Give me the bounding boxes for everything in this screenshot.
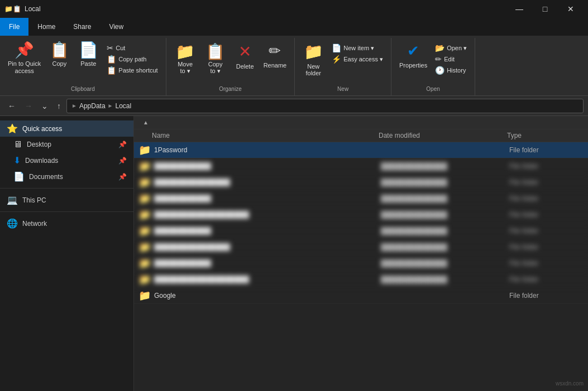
- col-header-name[interactable]: Name: [138, 132, 379, 139]
- minimize-button[interactable]: —: [506, 0, 532, 18]
- tab-view[interactable]: View: [100, 18, 132, 36]
- network-label: Network: [22, 220, 47, 228]
- file-type-cell: File folder: [509, 211, 584, 219]
- cut-button[interactable]: ✂ Cut: [103, 42, 161, 54]
- folder-icon: 📁: [138, 241, 151, 253]
- file-name-cell: ████████████: [154, 195, 381, 202]
- clipboard-group-content: 📌 Pin to Quickaccess 📋 Copy 📄 Paste ✂ Cu…: [4, 40, 161, 86]
- organize-label: Organize: [219, 86, 242, 93]
- new-folder-button[interactable]: 📁 Newfolder: [299, 40, 327, 79]
- table-row[interactable]: 📁 ████████████████ ██████████████ File f…: [134, 239, 588, 255]
- quick-access-section: ⭐ Quick access 🖥 Desktop 📌 ⬇ Downloads 📌…: [0, 120, 133, 185]
- table-row[interactable]: 📁 ████████████████ ██████████████ File f…: [134, 175, 588, 191]
- copy-path-button[interactable]: 📋 Copy path: [103, 54, 161, 65]
- file-type-cell: File folder: [509, 292, 584, 300]
- sidebar-item-desktop[interactable]: 🖥 Desktop 📌: [0, 137, 133, 152]
- col-header-type[interactable]: Type: [507, 132, 584, 139]
- folder-icon: 📁: [138, 160, 151, 172]
- new-group: 📁 Newfolder 📄 New item ▾ ⚡ Easy access ▾…: [295, 38, 391, 95]
- sidebar-item-downloads[interactable]: ⬇ Downloads 📌: [0, 152, 133, 168]
- sidebar-item-documents[interactable]: 📄 Documents 📌: [0, 168, 133, 185]
- file-type-cell: File folder: [509, 259, 584, 267]
- sidebar-item-this-pc[interactable]: 💻 This PC: [0, 192, 133, 208]
- watermark: wsxdn.com: [556, 380, 584, 387]
- folder-icon: 📁: [138, 289, 151, 302]
- pin-desktop-icon: 📌: [118, 141, 127, 148]
- breadcrumb-separator-left: ►: [71, 103, 77, 109]
- sidebar-sep-2: [0, 211, 133, 212]
- address-breadcrumb[interactable]: ► AppData ► Local: [66, 99, 584, 113]
- new-group-content: 📁 Newfolder 📄 New item ▾ ⚡ Easy access ▾: [299, 40, 386, 86]
- sidebar-item-quick-access[interactable]: ⭐ Quick access: [0, 120, 133, 137]
- paste-large-button[interactable]: 📄 Paste: [74, 40, 102, 70]
- copy-to-button[interactable]: 📋 Copyto ▾: [201, 40, 230, 76]
- table-row[interactable]: 📁 ████████████ ██████████████ File folde…: [134, 191, 588, 207]
- file-date-cell: ██████████████: [381, 243, 509, 251]
- tab-file[interactable]: File: [0, 18, 28, 36]
- table-row[interactable]: 📁 ████████████ ██████████████ File folde…: [134, 223, 588, 239]
- table-row[interactable]: 📁 ████████████████████ ██████████████ Fi…: [134, 272, 588, 288]
- pin-documents-icon: 📌: [118, 173, 127, 181]
- delete-button[interactable]: ✕ Delete: [231, 40, 259, 72]
- forward-button[interactable]: →: [21, 99, 36, 113]
- tab-share[interactable]: Share: [64, 18, 100, 36]
- file-list-collapse-row: ▲: [134, 116, 588, 129]
- breadcrumb-sep-1: ►: [108, 103, 113, 109]
- file-date-cell: ██████████████: [381, 259, 509, 267]
- organize-group: 📁 Moveto ▾ 📋 Copyto ▾ ✕ Delete ✏ Rename …: [166, 38, 295, 95]
- recent-locations-button[interactable]: ⌄: [38, 99, 51, 113]
- history-button[interactable]: 🕐 History: [432, 65, 470, 76]
- address-bar: ← → ⌄ ↑ ► AppData ► Local: [0, 96, 588, 116]
- folder-icon: 📁: [138, 273, 151, 286]
- pin-to-quick-access-label: Pin to Quickaccess: [8, 60, 41, 75]
- tab-home[interactable]: Home: [28, 18, 64, 36]
- copy-to-icon: 📋: [205, 42, 225, 61]
- network-icon: 🌐: [7, 218, 18, 229]
- edit-button[interactable]: ✏ Edit: [432, 54, 470, 65]
- new-item-button[interactable]: 📄 New item ▾: [328, 42, 386, 54]
- table-row[interactable]: 📁 ████████████ ██████████████ File folde…: [134, 158, 588, 175]
- file-type-cell: File folder: [509, 178, 584, 186]
- paste-shortcut-button[interactable]: 📋 Paste shortcut: [103, 65, 161, 76]
- new-folder-icon: 📁: [304, 42, 323, 61]
- rename-button[interactable]: ✏ Rename: [260, 40, 290, 71]
- sidebar-item-network[interactable]: 🌐 Network: [0, 215, 133, 231]
- file-table-header: Name Date modified Type: [134, 129, 588, 142]
- move-to-button[interactable]: 📁 Moveto ▾: [171, 40, 200, 76]
- close-button[interactable]: ✕: [558, 0, 584, 18]
- folder-icon: 📁: [138, 144, 151, 156]
- back-button[interactable]: ←: [4, 99, 19, 113]
- file-date-cell: ██████████████: [381, 195, 509, 202]
- file-name-cell: ████████████: [154, 259, 381, 267]
- properties-button[interactable]: ✔ Properties: [396, 40, 431, 71]
- sidebar: ⭐ Quick access 🖥 Desktop 📌 ⬇ Downloads 📌…: [0, 116, 134, 391]
- folder-icon: 📁: [138, 176, 151, 189]
- move-to-icon: 📁: [175, 42, 195, 61]
- open-label: Open ▾: [447, 45, 467, 52]
- breadcrumb-appdata[interactable]: AppData: [79, 102, 106, 110]
- pin-to-quick-access-button[interactable]: 📌 Pin to Quickaccess: [4, 40, 44, 77]
- file-name-cell: 1Password: [154, 146, 381, 154]
- easy-access-button[interactable]: ⚡ Easy access ▾: [328, 54, 386, 65]
- col-header-date[interactable]: Date modified: [379, 132, 507, 139]
- table-row[interactable]: 📁 ████████████ ██████████████ File folde…: [134, 255, 588, 272]
- up-button[interactable]: ↑: [54, 99, 64, 113]
- breadcrumb-local[interactable]: Local: [116, 102, 132, 110]
- collapse-arrow[interactable]: ▲: [138, 119, 153, 125]
- file-name-cell: Google: [154, 292, 381, 300]
- maximize-button[interactable]: □: [532, 0, 558, 18]
- network-section: 🌐 Network: [0, 215, 133, 231]
- file-name-cell: ████████████: [154, 162, 381, 170]
- clipboard-group: 📌 Pin to Quickaccess 📋 Copy 📄 Paste ✂ Cu…: [0, 38, 166, 95]
- new-item-icon: 📄: [332, 44, 341, 52]
- history-label: History: [447, 67, 466, 74]
- open-button[interactable]: 📂 Open ▾: [432, 42, 470, 54]
- copy-large-button[interactable]: 📋 Copy: [45, 40, 73, 70]
- file-type-cell: File folder: [509, 146, 584, 154]
- table-row[interactable]: 📁 Google File folder: [134, 288, 588, 304]
- table-row[interactable]: 📁 ████████████████████ ██████████████ Fi…: [134, 207, 588, 223]
- title-bar: 📁📋 Local — □ ✕: [0, 0, 588, 18]
- table-row[interactable]: 📁 1Password File folder: [134, 142, 588, 158]
- open-group-content: ✔ Properties 📂 Open ▾ ✏ Edit 🕐 History: [396, 40, 470, 86]
- easy-access-icon: ⚡: [332, 55, 341, 64]
